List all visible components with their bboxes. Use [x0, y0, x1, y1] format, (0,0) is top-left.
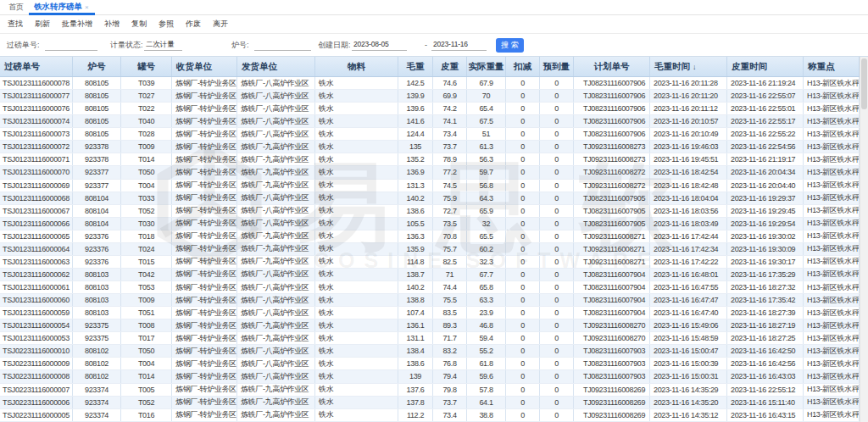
- cell: TSJ01231116000067: [0, 205, 73, 217]
- search-button[interactable]: 搜 索: [496, 38, 524, 53]
- column-header-1[interactable]: 过磅单号: [0, 57, 73, 76]
- cell: 铁水: [315, 77, 398, 89]
- table-row[interactable]: TSJ01231116000070923377T050炼钢厂-转炉业务区炼铁厂-…: [0, 166, 868, 179]
- void-button[interactable]: 作废: [186, 19, 201, 30]
- table-row[interactable]: TSJ01231116000073808105T028炼钢厂-转炉业务区炼铁厂-…: [0, 128, 868, 141]
- table-row[interactable]: TSJ02231116000008808102T014炼钢厂-转炉业务区炼铁厂-…: [0, 370, 868, 383]
- column-header-12[interactable]: 计划单号: [574, 57, 650, 76]
- cell: 2023-11-16 15:49:06: [650, 319, 727, 331]
- find-button[interactable]: 查找: [8, 19, 23, 30]
- table-row[interactable]: TSJ01231116000069923377T004炼钢厂-转炉业务区炼铁厂-…: [0, 180, 868, 192]
- table-row[interactable]: TSJ01231116000064923376T024炼钢厂-转炉业务区炼铁厂-…: [0, 243, 868, 256]
- cell: TJ09231116008269: [574, 409, 650, 421]
- table-row[interactable]: TSJ01231116000078808105T039炼钢厂-转炉业务区炼铁厂-…: [0, 77, 868, 90]
- cell: TJ08231116007906: [574, 77, 650, 89]
- cell: 炼钢厂-转炉业务区: [172, 141, 237, 153]
- column-header-15[interactable]: 称重点: [804, 57, 860, 76]
- column-header-3[interactable]: 罐号: [121, 57, 172, 76]
- cell: 2023-11-16 18:03:56: [650, 205, 727, 217]
- cell: TSJ01231116000071: [0, 153, 73, 165]
- cell: 炼钢厂-转炉业务区: [172, 281, 237, 293]
- cell: H13-新区铁水秤: [804, 256, 860, 268]
- cell: 2023-11-16 15:48:59: [650, 332, 727, 344]
- cell: 2023-11-16 16:43:15: [727, 409, 804, 421]
- table-row[interactable]: TSJ01231116000074808105T040炼钢厂-转炉业务区炼铁厂-…: [0, 115, 868, 128]
- table-row[interactable]: TSJ02231116000009808102T004炼钢厂-转炉业务区炼铁厂-…: [0, 358, 868, 370]
- furnace-input[interactable]: [254, 40, 311, 51]
- column-header-7[interactable]: 毛重: [398, 57, 433, 76]
- cell: TJ08231116007906: [574, 115, 650, 127]
- cell: 2023-11-16 20:04:34: [727, 166, 804, 178]
- cell: 0: [506, 166, 540, 178]
- column-header-11[interactable]: 预到量: [540, 57, 574, 76]
- column-header-9[interactable]: 实际重量: [467, 57, 506, 76]
- date-from-input[interactable]: 2023-08-05: [352, 40, 407, 51]
- cell: T039: [121, 77, 172, 89]
- cell: TJ09231116008273: [574, 153, 650, 165]
- table-row[interactable]: TSJ02231116000007923374T005炼钢厂-转炉业务区炼铁厂-…: [0, 384, 868, 397]
- cell: 2023-11-16 16:47:47: [650, 294, 727, 306]
- cell: 炼钢厂-转炉业务区: [172, 409, 237, 421]
- table-row[interactable]: TSJ01231116000054923375T008炼钢厂-转炉业务区炼铁厂-…: [0, 319, 868, 332]
- column-header-2[interactable]: 炉号: [73, 57, 121, 76]
- table-row[interactable]: TSJ02231116000006923374T052炼钢厂-转炉业务区炼铁厂-…: [0, 397, 868, 409]
- status-select[interactable]: 二次计量: [144, 40, 182, 51]
- copy-button[interactable]: 复制: [131, 19, 147, 30]
- column-header-6[interactable]: 物料: [315, 57, 398, 76]
- table-row[interactable]: TSJ01231116000061808103T053炼钢厂-转炉业务区炼铁厂-…: [0, 281, 868, 294]
- table-row[interactable]: TSJ01231116000063923376T015炼钢厂-转炉业务区炼铁厂-…: [0, 256, 868, 269]
- cell: 0: [506, 128, 540, 140]
- cell: 铁水: [315, 180, 398, 192]
- cell: 0: [506, 307, 540, 319]
- scrollbar-thumb[interactable]: [861, 58, 867, 109]
- table-row[interactable]: TSJ02231116000010808102T050炼钢厂-转炉业务区炼铁厂-…: [0, 345, 868, 358]
- vertical-scrollbar[interactable]: [860, 57, 868, 422]
- date-to-input[interactable]: 2023-11-16: [431, 40, 487, 51]
- column-header-5[interactable]: 发货单位: [237, 57, 315, 76]
- column-header-10[interactable]: 扣减: [506, 57, 540, 76]
- table-row[interactable]: TSJ01231116000053923375T017炼钢厂-转炉业务区炼铁厂-…: [0, 332, 868, 345]
- cell: 67.7: [467, 269, 506, 280]
- refresh-button[interactable]: 刷新: [35, 19, 50, 30]
- column-header-13[interactable]: 毛重时间↓: [650, 57, 727, 76]
- table-row[interactable]: TSJ01231116000076808105T022炼钢厂-转炉业务区炼铁厂-…: [0, 103, 868, 115]
- cell: 59.6: [467, 370, 506, 382]
- tab-home[interactable]: 首页: [8, 2, 24, 13]
- weigh-no-input[interactable]: [45, 40, 97, 51]
- cell: 65.4: [467, 103, 506, 114]
- table-row[interactable]: TSJ01231116000059808103T051炼钢厂-转炉业务区炼铁厂-…: [0, 307, 868, 319]
- table-row[interactable]: TSJ02231116000005923374T016炼钢厂-转炉业务区炼铁厂-…: [0, 409, 868, 422]
- filter-status: 计量状态: 二次计量: [110, 34, 182, 56]
- table-row[interactable]: TSJ01231116000068808104T033炼钢厂-转炉业务区炼铁厂-…: [0, 192, 868, 205]
- cell: 0: [506, 281, 540, 293]
- table-row[interactable]: TSJ01231116000066808104T030炼钢厂-转炉业务区炼铁厂-…: [0, 218, 868, 230]
- cell: 炼铁厂-八高炉作业区: [237, 358, 315, 369]
- table-row[interactable]: TSJ01231116000071923378T014炼钢厂-转炉业务区炼铁厂-…: [0, 153, 868, 166]
- cell: 炼铁厂-九高炉作业区: [237, 243, 315, 255]
- close-icon[interactable]: ×: [85, 3, 89, 11]
- table-row[interactable]: TSJ01231116000062808103T042炼钢厂-转炉业务区炼铁厂-…: [0, 269, 868, 281]
- cell: TJ08231116007906: [574, 90, 650, 102]
- cell: 55.2: [467, 345, 506, 357]
- cell: 炼钢厂-转炉业务区: [172, 269, 237, 280]
- leave-button[interactable]: 离开: [213, 19, 228, 30]
- cell: 114.8: [398, 256, 433, 268]
- cell: 59.7: [467, 166, 506, 178]
- cell: 0: [506, 192, 540, 204]
- table-row[interactable]: TSJ01231116000060808103T009炼钢厂-转炉业务区炼铁厂-…: [0, 294, 868, 307]
- column-header-4[interactable]: 收货单位: [172, 57, 237, 76]
- column-header-14[interactable]: 皮重时间: [727, 57, 804, 76]
- reference-button[interactable]: 参照: [159, 19, 174, 30]
- tab-molten-iron-transfer[interactable]: 铁水转序磅单 ×: [31, 0, 93, 14]
- table-row[interactable]: TSJ01231116000077808105T027炼钢厂-转炉业务区炼铁厂-…: [0, 90, 868, 103]
- table-row[interactable]: TSJ01231116000067808104T052炼钢厂-转炉业务区炼铁厂-…: [0, 205, 868, 218]
- batch-add-button[interactable]: 批量补增: [62, 19, 92, 30]
- table-row[interactable]: TSJ01231116000072923378T009炼钢厂-转炉业务区炼铁厂-…: [0, 141, 868, 153]
- column-header-8[interactable]: 皮重: [433, 57, 467, 76]
- cell: 23.9: [467, 307, 506, 319]
- cell: 2023-11-16 18:42:54: [650, 166, 727, 178]
- table-row[interactable]: TSJ01231116000065923376T018炼钢厂-转炉业务区炼铁厂-…: [0, 230, 868, 243]
- add-button[interactable]: 补增: [104, 19, 120, 30]
- cell: 铁水: [315, 409, 398, 421]
- cell: 67.9: [467, 77, 506, 89]
